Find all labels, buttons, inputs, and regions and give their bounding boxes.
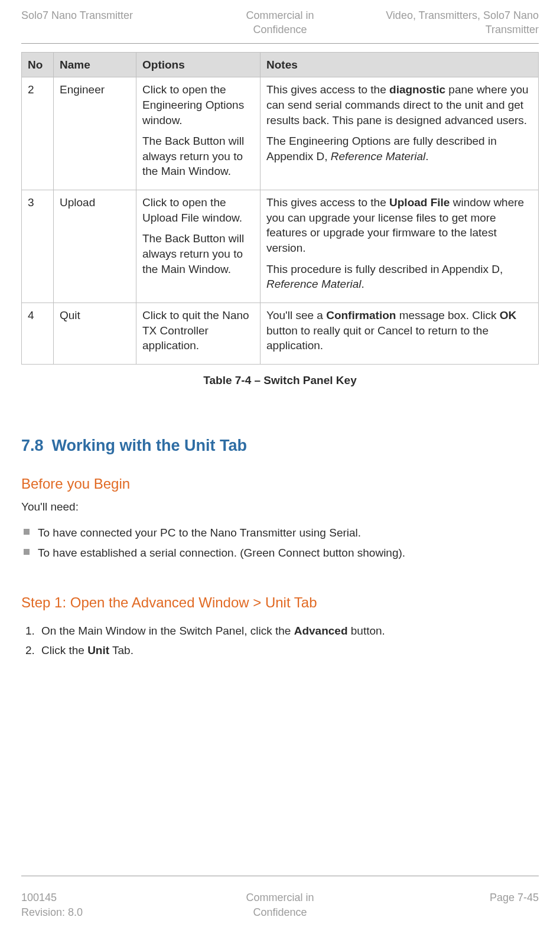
footer-center: Commercial in Confidence (194, 890, 366, 919)
footer-center-line1: Commercial in (246, 892, 314, 903)
notes-p2: This procedure is fully described in App… (266, 262, 532, 292)
cell-notes: This gives access to the Upload File win… (261, 190, 539, 303)
footer-page-number: Page 7-45 (490, 892, 539, 903)
notes-bold: diagnostic (389, 83, 445, 96)
page-spacer (21, 663, 539, 876)
footer-right: Page 7-45 (366, 890, 539, 919)
step-bold: Unit (87, 644, 109, 656)
header-rule (21, 43, 539, 44)
cell-options: Click to open the Upload File window. Th… (136, 190, 261, 303)
before-list: To have connected your PC to the Nano Tr… (21, 521, 539, 565)
notes-text: . (362, 278, 364, 290)
cell-no: 2 (22, 77, 54, 190)
col-options: Options (136, 52, 261, 77)
footer-doc-id: 100145 (21, 892, 57, 903)
notes-text: You'll see a (266, 309, 326, 321)
notes-p1: You'll see a Confirmation message box. C… (266, 308, 532, 353)
cell-options: Click to open the Engineering Options wi… (136, 77, 261, 190)
cell-name: Engineer (54, 77, 136, 190)
footer-center-line2: Confidence (253, 906, 307, 918)
list-item: To have established a serial connection.… (21, 545, 539, 561)
options-p2: The Back Button will always return you t… (142, 134, 254, 179)
notes-italic: Reference Material (331, 150, 426, 162)
step1-list: On the Main Window in the Switch Panel, … (21, 619, 539, 663)
notes-text: This procedure is fully described in App… (266, 263, 503, 275)
options-p2: The Back Button will always return you t… (142, 231, 254, 277)
section-number: 7.8 (21, 437, 44, 454)
before-intro: You'll need: (21, 499, 539, 515)
col-name: Name (54, 52, 136, 77)
table-header-row: No Name Options Notes (22, 52, 539, 77)
cell-name: Upload (54, 190, 136, 303)
step1-heading: Step 1: Open the Advanced Window > Unit … (21, 593, 539, 612)
options-p1: Click to quit the Nano TX Controller app… (142, 308, 254, 353)
header-left: Solo7 Nano Transmitter (21, 8, 194, 37)
cell-no: 3 (22, 190, 54, 303)
notes-bold: Confirmation (326, 309, 396, 321)
section-title: Working with the Unit Tab (52, 437, 247, 454)
options-p1: Click to open the Upload File window. (142, 195, 254, 225)
header-center-line2: Confidence (253, 24, 307, 35)
list-item: Click the Unit Tab. (38, 643, 539, 658)
table-caption: Table 7-4 – Switch Panel Key (21, 373, 539, 388)
notes-bold: Upload File (389, 196, 450, 209)
table-row: 3 Upload Click to open the Upload File w… (22, 190, 539, 303)
footer-rule (21, 876, 539, 876)
table-row: 2 Engineer Click to open the Engineering… (22, 77, 539, 190)
notes-text: This gives access to the (266, 83, 389, 96)
notes-text: message box. Click (396, 309, 499, 321)
step-text: Tab. (109, 644, 134, 656)
notes-text: button to really quit or Cancel to retur… (266, 324, 489, 352)
step-bold: Advanced (294, 625, 348, 637)
notes-bold: OK (500, 309, 517, 321)
header-right-line2: Transmitter (486, 24, 539, 35)
step-text: Click the (41, 644, 87, 656)
footer-left: 100145 Revision: 8.0 (21, 890, 194, 919)
cell-no: 4 (22, 303, 54, 364)
col-notes: Notes (261, 52, 539, 77)
page-footer: 100145 Revision: 8.0 Commercial in Confi… (21, 885, 539, 919)
cell-name: Quit (54, 303, 136, 364)
col-no: No (22, 52, 54, 77)
cell-notes: You'll see a Confirmation message box. C… (261, 303, 539, 364)
notes-text: . (425, 150, 428, 162)
cell-options: Click to quit the Nano TX Controller app… (136, 303, 261, 364)
header-right-line1: Video, Transmitters, Solo7 Nano (386, 9, 539, 21)
notes-p1: This gives access to the diagnostic pane… (266, 82, 532, 128)
list-item: To have connected your PC to the Nano Tr… (21, 525, 539, 541)
footer-revision: Revision: 8.0 (21, 906, 83, 918)
header-center-line1: Commercial in (246, 9, 314, 21)
notes-p2: The Engineering Options are fully descri… (266, 134, 532, 164)
step-text: button. (348, 625, 385, 637)
before-heading: Before you Begin (21, 474, 539, 493)
cell-notes: This gives access to the diagnostic pane… (261, 77, 539, 190)
header-center: Commercial in Confidence (194, 8, 366, 37)
switch-panel-key-table: No Name Options Notes 2 Engineer Click t… (21, 52, 539, 365)
page-header: Solo7 Nano Transmitter Commercial in Con… (21, 8, 539, 43)
notes-text: This gives access to the (266, 196, 389, 209)
document-page: Solo7 Nano Transmitter Commercial in Con… (0, 0, 560, 930)
table-row: 4 Quit Click to quit the Nano TX Control… (22, 303, 539, 364)
options-p1: Click to open the Engineering Options wi… (142, 82, 254, 128)
list-item: On the Main Window in the Switch Panel, … (38, 623, 539, 639)
step-text: On the Main Window in the Switch Panel, … (41, 625, 294, 637)
notes-p1: This gives access to the Upload File win… (266, 195, 532, 256)
notes-italic: Reference Material (266, 278, 362, 290)
section-heading: 7.8Working with the Unit Tab (21, 435, 539, 456)
header-right: Video, Transmitters, Solo7 Nano Transmit… (366, 8, 539, 37)
